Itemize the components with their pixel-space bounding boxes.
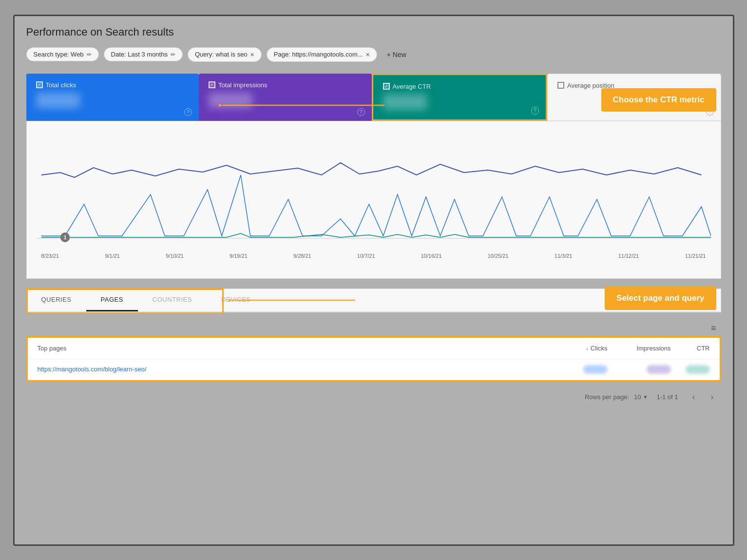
filter-query[interactable]: Query: what is seo × [188,47,262,62]
sort-down-icon: ↓ [586,345,589,351]
metric-total-impressions[interactable]: ✓ Total impressions ? [199,74,372,121]
filter-label: Date: Last 3 months [111,51,168,58]
table-row: https://mangotools.com/blog/learn-seo/ [28,359,720,380]
x-label: 10/7/21 [357,253,375,259]
filter-search-type[interactable]: Search type: Web ✏ [26,47,99,61]
filter-label: Search type: Web [34,51,84,58]
x-label: 9/10/21 [166,253,184,259]
x-label: 9/1/21 [105,253,120,259]
close-icon[interactable]: × [366,51,370,58]
ctr-blurred [686,365,710,374]
chart-svg: 1 [37,131,711,248]
tab-pages[interactable]: PAGES [86,289,138,311]
metric-checkbox: ✓ [36,81,43,88]
svg-text:1: 1 [63,234,66,240]
metric-label: ✓ Total impressions [209,81,362,89]
next-page-button[interactable]: › [706,390,719,404]
filter-icon[interactable]: ≡ [711,323,716,333]
help-icon[interactable]: ? [184,108,192,116]
x-label: 11/3/21 [555,253,573,259]
ctr-annotation-label: Choose the CTR metric [601,88,716,112]
edit-icon[interactable]: ✏ [87,51,92,58]
data-table: Top pages ↓ Clicks Impressions CTR https… [26,336,721,382]
x-label: 9/19/21 [230,253,248,259]
tab-queries[interactable]: QUERIES [27,289,86,311]
filter-label: Query: what is seo [195,51,248,58]
metric-label: ✓ Total clicks [36,81,190,89]
filter-icon-row: ≡ [26,320,721,336]
metric-checkbox: ✓ [383,83,390,90]
x-label: 11/12/21 [618,253,639,259]
x-label: 11/21/21 [685,253,706,259]
close-icon[interactable]: × [250,51,254,58]
metric-value [383,94,427,110]
chart-container: 1 8/23/21 9/1/21 9/10/21 9/19/21 9/28/21… [26,121,721,279]
metric-average-ctr[interactable]: ✓ Average CTR ? [372,74,548,121]
filter-page[interactable]: Page: https://mangotools.com... × [267,47,377,62]
new-button[interactable]: + New [382,48,411,61]
x-label: 10/25/21 [488,253,509,259]
tab-countries[interactable]: COUNTRIES [138,289,207,311]
metrics-section: ✓ Total clicks ? ✓ Total impressions ? ✓ [26,74,721,121]
help-icon[interactable]: ? [531,107,539,115]
page-arrow-svg [229,295,355,305]
metric-value [36,93,80,108]
clicks-blurred [583,365,608,374]
ctr-annotation-arrow [219,100,384,110]
table-header: Top pages ↓ Clicks Impressions CTR [28,338,720,359]
prev-page-button[interactable]: ‹ [687,390,701,404]
impressions-blurred [647,365,671,374]
filter-label: Page: https://mangotools.com... [274,51,363,58]
ctr-value [671,365,710,374]
pagination-count: 1-1 of 1 [656,393,678,401]
metric-label: ✓ Average CTR [383,83,536,90]
x-label: 9/28/21 [293,253,311,259]
main-container: Performance on Search results Search typ… [13,15,734,546]
rows-per-page-label: Rows per page: [585,393,629,401]
x-label: 10/16/21 [421,253,442,259]
metric-checkbox [557,82,564,89]
col-header-impressions: Impressions [608,345,671,352]
x-label: 8/23/21 [41,253,59,259]
clicks-value [549,365,608,374]
filter-date[interactable]: Date: Last 3 months ✏ [104,47,183,61]
col-header-ctr: CTR [671,345,710,352]
edit-icon[interactable]: ✏ [171,51,175,58]
pagination-row: Rows per page: 10 ▼ 1-1 of 1 ‹ › [26,386,721,408]
filter-bar: Search type: Web ✏ Date: Last 3 months ✏… [26,47,721,62]
page-title: Performance on Search results [26,26,721,39]
dropdown-icon: ▼ [643,394,648,400]
chart-x-labels: 8/23/21 9/1/21 9/10/21 9/19/21 9/28/21 1… [37,250,711,259]
col-header-pages: Top pages [38,345,549,352]
metric-total-clicks[interactable]: ✓ Total clicks ? [26,74,199,121]
rows-per-page-select[interactable]: 10 ▼ [634,393,648,401]
page-annotation-arrow [229,295,355,305]
page-url[interactable]: https://mangotools.com/blog/learn-seo/ [38,366,549,373]
page-annotation-label: Select page and query [605,287,716,310]
tabs-wrapper: QUERIES PAGES COUNTRIES DEVICES Select p… [26,289,721,312]
metric-checkbox: ✓ [209,81,215,88]
impressions-value [608,365,671,374]
ctr-arrow-svg [219,100,384,110]
col-header-clicks: ↓ Clicks [549,345,608,352]
